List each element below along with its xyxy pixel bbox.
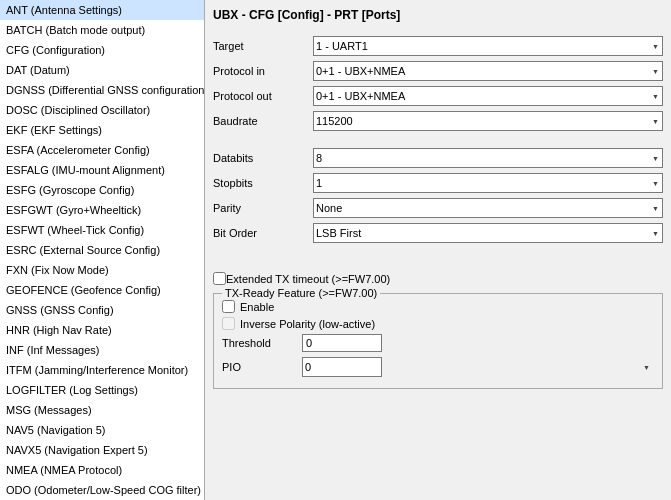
- nav-item[interactable]: NAV5 (Navigation 5): [0, 420, 204, 440]
- nav-item[interactable]: HNR (High Nav Rate): [0, 320, 204, 340]
- stopbits-row: Stopbits 12: [213, 173, 663, 193]
- nav-item[interactable]: FXN (Fix Now Mode): [0, 260, 204, 280]
- nav-item[interactable]: DGNSS (Differential GNSS configuration): [0, 80, 204, 100]
- nav-item[interactable]: LOGFILTER (Log Settings): [0, 380, 204, 400]
- protocol-in-select[interactable]: 0 - UBX1 - NMEA0+1 - UBX+NMEA: [313, 61, 663, 81]
- nav-item[interactable]: ESFG (Gyroscope Config): [0, 180, 204, 200]
- nav-item[interactable]: NMEA (NMEA Protocol): [0, 460, 204, 480]
- form-section: Target 0 - I2C1 - UART12 - UART23 - USB4…: [213, 36, 663, 389]
- pio-select[interactable]: 01234567891011: [302, 357, 382, 377]
- bit-order-select[interactable]: LSB FirstMSB First: [313, 223, 663, 243]
- databits-row: Databits 78: [213, 148, 663, 168]
- nav-item[interactable]: ITFM (Jamming/Interference Monitor): [0, 360, 204, 380]
- nav-item[interactable]: DAT (Datum): [0, 60, 204, 80]
- nav-item[interactable]: ESFA (Accelerometer Config): [0, 140, 204, 160]
- panel-title: UBX - CFG [Config] - PRT [Ports]: [213, 8, 663, 26]
- target-row: Target 0 - I2C1 - UART12 - UART23 - USB4…: [213, 36, 663, 56]
- protocol-out-row: Protocol out 0 - UBX1 - NMEA0+1 - UBX+NM…: [213, 86, 663, 106]
- nav-item[interactable]: INF (Inf Messages): [0, 340, 204, 360]
- protocol-out-select-wrapper: 0 - UBX1 - NMEA0+1 - UBX+NMEA: [313, 86, 663, 106]
- threshold-label: Threshold: [222, 337, 302, 349]
- parity-row: Parity NoneEvenOdd: [213, 198, 663, 218]
- databits-select[interactable]: 78: [313, 148, 663, 168]
- nav-item[interactable]: DOSC (Disciplined Oscillator): [0, 100, 204, 120]
- protocol-in-label: Protocol in: [213, 65, 313, 77]
- pio-label: PIO: [222, 361, 302, 373]
- nav-list: ANT (Antenna Settings)BATCH (Batch mode …: [0, 0, 204, 500]
- pio-row: PIO 01234567891011: [222, 357, 654, 377]
- tx-ready-group: TX-Ready Feature (>=FW7.00) Enable Inver…: [213, 293, 663, 389]
- baudrate-select-wrapper: 4800960019200384005760011520023040046080…: [313, 111, 663, 131]
- baudrate-select[interactable]: 4800960019200384005760011520023040046080…: [313, 111, 663, 131]
- pio-select-wrapper: 01234567891011: [302, 357, 654, 377]
- bit-order-select-wrapper: LSB FirstMSB First: [313, 223, 663, 243]
- databits-label: Databits: [213, 152, 313, 164]
- stopbits-label: Stopbits: [213, 177, 313, 189]
- protocol-out-select[interactable]: 0 - UBX1 - NMEA0+1 - UBX+NMEA: [313, 86, 663, 106]
- enable-row: Enable: [222, 300, 654, 313]
- nav-item[interactable]: GEOFENCE (Geofence Config): [0, 280, 204, 300]
- nav-item[interactable]: ODO (Odometer/Low-Speed COG filter): [0, 480, 204, 500]
- left-panel: ANT (Antenna Settings)BATCH (Batch mode …: [0, 0, 205, 500]
- inverse-polarity-checkbox[interactable]: [222, 317, 235, 330]
- protocol-out-label: Protocol out: [213, 90, 313, 102]
- extended-tx-label: Extended TX timeout (>=FW7.00): [226, 273, 390, 285]
- nav-item[interactable]: ESFGWT (Gyro+Wheeltick): [0, 200, 204, 220]
- parity-select[interactable]: NoneEvenOdd: [313, 198, 663, 218]
- nav-item[interactable]: NAVX5 (Navigation Expert 5): [0, 440, 204, 460]
- extended-tx-row: Extended TX timeout (>=FW7.00): [213, 272, 663, 285]
- group-box-title: TX-Ready Feature (>=FW7.00): [222, 287, 380, 299]
- baudrate-label: Baudrate: [213, 115, 313, 127]
- nav-item[interactable]: GNSS (GNSS Config): [0, 300, 204, 320]
- nav-item[interactable]: ESRC (External Source Config): [0, 240, 204, 260]
- threshold-input[interactable]: [302, 334, 382, 352]
- bit-order-row: Bit Order LSB FirstMSB First: [213, 223, 663, 243]
- nav-item[interactable]: BATCH (Batch mode output): [0, 20, 204, 40]
- baudrate-row: Baudrate 4800960019200384005760011520023…: [213, 111, 663, 131]
- inverse-polarity-label: Inverse Polarity (low-active): [240, 318, 375, 330]
- protocol-in-select-wrapper: 0 - UBX1 - NMEA0+1 - UBX+NMEA: [313, 61, 663, 81]
- stopbits-select[interactable]: 12: [313, 173, 663, 193]
- parity-label: Parity: [213, 202, 313, 214]
- target-select[interactable]: 0 - I2C1 - UART12 - UART23 - USB4 - SPI: [313, 36, 663, 56]
- nav-item[interactable]: ESFWT (Wheel-Tick Config): [0, 220, 204, 240]
- parity-select-wrapper: NoneEvenOdd: [313, 198, 663, 218]
- nav-item[interactable]: EKF (EKF Settings): [0, 120, 204, 140]
- nav-item[interactable]: MSG (Messages): [0, 400, 204, 420]
- enable-label: Enable: [240, 301, 274, 313]
- databits-select-wrapper: 78: [313, 148, 663, 168]
- target-label: Target: [213, 40, 313, 52]
- right-panel: UBX - CFG [Config] - PRT [Ports] Target …: [205, 0, 671, 500]
- nav-item[interactable]: ESFALG (IMU-mount Alignment): [0, 160, 204, 180]
- nav-item[interactable]: CFG (Configuration): [0, 40, 204, 60]
- enable-checkbox[interactable]: [222, 300, 235, 313]
- threshold-row: Threshold: [222, 334, 654, 352]
- stopbits-select-wrapper: 12: [313, 173, 663, 193]
- inverse-polarity-row: Inverse Polarity (low-active): [222, 317, 654, 330]
- extended-tx-checkbox[interactable]: [213, 272, 226, 285]
- nav-item[interactable]: ANT (Antenna Settings): [0, 0, 204, 20]
- protocol-in-row: Protocol in 0 - UBX1 - NMEA0+1 - UBX+NME…: [213, 61, 663, 81]
- bit-order-label: Bit Order: [213, 227, 313, 239]
- target-select-wrapper: 0 - I2C1 - UART12 - UART23 - USB4 - SPI: [313, 36, 663, 56]
